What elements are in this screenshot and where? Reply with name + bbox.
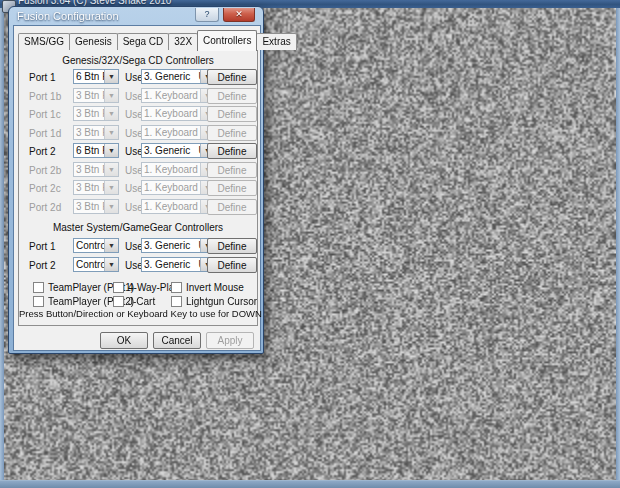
define-button: Define xyxy=(207,199,257,215)
window-border-right xyxy=(616,8,620,488)
apply-button: Apply xyxy=(206,332,254,349)
genesis-section-heading: Genesis/32X/Sega CD Controllers xyxy=(19,55,257,66)
chevron-down-icon: ▼ xyxy=(104,181,118,194)
chevron-down-icon: ▼ xyxy=(104,107,118,120)
dialog-titlebar[interactable]: Fusion Configuration ? ✕ xyxy=(9,7,263,25)
port-label: Port 1d xyxy=(29,128,61,139)
port-label: Port 2 xyxy=(29,260,56,271)
checkbox-icon[interactable] xyxy=(33,282,44,293)
close-icon: ✕ xyxy=(235,9,243,19)
pad-type-select: 3 Btn Pad▼ xyxy=(73,125,119,140)
tab-genesis[interactable]: Genesis xyxy=(69,33,118,50)
device-select: 1. Keyboard▼ xyxy=(141,106,215,121)
hint-text: Press Button/Direction or Keyboard Key t… xyxy=(19,308,257,319)
pad-type-select[interactable]: 6 Btn Pad▼ xyxy=(73,69,119,84)
device-select[interactable]: 3. Generic USB Joys▼ xyxy=(141,238,215,253)
port-label: Port 2b xyxy=(29,165,61,176)
cancel-button[interactable]: Cancel xyxy=(153,332,201,349)
ms-controller-row-port2: Port 2 Control Pad▼ Use 3. Generic USB J… xyxy=(19,257,257,273)
checkbox-icon[interactable] xyxy=(113,282,124,293)
dialog-button-row: OK Cancel Apply xyxy=(100,332,254,349)
dialog-title: Fusion Configuration xyxy=(17,10,119,22)
ok-button[interactable]: OK xyxy=(100,332,148,349)
define-button[interactable]: Define xyxy=(207,69,257,85)
ms-controller-row-port1: Port 1 Control Pad▼ Use 3. Generic USB J… xyxy=(19,238,257,254)
controller-row-port2b: Port 2b 3 Btn Pad▼ Use 1. Keyboard▼ Defi… xyxy=(19,162,257,178)
dialog-client-area: SMS/GG Genesis Sega CD 32X Controllers E… xyxy=(13,25,261,351)
port-label: Port 1b xyxy=(29,91,61,102)
device-select: 1. Keyboard▼ xyxy=(141,162,215,177)
port-label: Port 1 xyxy=(29,241,56,252)
tab-strip: SMS/GG Genesis Sega CD 32X Controllers E… xyxy=(18,32,296,50)
controllers-tab-page: Genesis/32X/Sega CD Controllers Port 1 6… xyxy=(18,49,258,326)
help-icon: ? xyxy=(204,9,209,19)
close-button[interactable]: ✕ xyxy=(223,8,255,22)
device-select[interactable]: 3. Generic USB Joys▼ xyxy=(141,143,215,158)
pad-type-select[interactable]: Control Pad▼ xyxy=(73,257,119,272)
port-label: Port 2 xyxy=(29,146,56,157)
controller-row-port2: Port 2 6 Btn Pad▼ Use 3. Generic USB Joy… xyxy=(19,143,257,159)
pad-type-select: 3 Btn Pad▼ xyxy=(73,162,119,177)
fusion-configuration-dialog: Fusion Configuration ? ✕ SMS/GG Genesis … xyxy=(8,6,264,354)
device-select: 1. Keyboard▼ xyxy=(141,199,215,214)
checkbox-icon[interactable] xyxy=(33,296,44,307)
device-select[interactable]: 3. Generic USB Joys▼ xyxy=(141,69,215,84)
checkbox-j-cart[interactable]: J-Cart xyxy=(113,296,155,307)
device-select: 1. Keyboard▼ xyxy=(141,88,215,103)
pad-type-select: 3 Btn Pad▼ xyxy=(73,199,119,214)
tab-segacd[interactable]: Sega CD xyxy=(117,33,170,50)
define-button[interactable]: Define xyxy=(207,238,257,254)
pad-type-select: 3 Btn Pad▼ xyxy=(73,88,119,103)
controller-row-port1d: Port 1d 3 Btn Pad▼ Use 1. Keyboard▼ Defi… xyxy=(19,125,257,141)
chevron-down-icon: ▼ xyxy=(104,126,118,139)
checkbox-row-1: TeamPlayer (Port1) 4-Way-Play Invert Mou… xyxy=(19,282,257,295)
pad-type-select: 3 Btn Pad▼ xyxy=(73,180,119,195)
chevron-down-icon[interactable]: ▼ xyxy=(104,258,118,271)
ms-section-heading: Master System/GameGear Controllers xyxy=(19,222,257,233)
define-button: Define xyxy=(207,162,257,178)
define-button: Define xyxy=(207,180,257,196)
chevron-down-icon[interactable]: ▼ xyxy=(104,239,118,252)
checkbox-icon[interactable] xyxy=(113,296,124,307)
controller-row-port2d: Port 2d 3 Btn Pad▼ Use 1. Keyboard▼ Defi… xyxy=(19,199,257,215)
device-select[interactable]: 3. Generic USB Joys▼ xyxy=(141,257,215,272)
window-border-bottom xyxy=(0,480,620,488)
checkbox-icon[interactable] xyxy=(171,296,182,307)
tab-32x[interactable]: 32X xyxy=(168,33,198,50)
controller-row-port2c: Port 2c 3 Btn Pad▼ Use 1. Keyboard▼ Defi… xyxy=(19,180,257,196)
tab-smsgg[interactable]: SMS/GG xyxy=(18,33,70,50)
port-label: Port 1c xyxy=(29,109,61,120)
pad-type-select[interactable]: Control Pad▼ xyxy=(73,238,119,253)
port-label: Port 2d xyxy=(29,202,61,213)
checkbox-lightgun-cursor[interactable]: Lightgun Cursor xyxy=(171,296,257,307)
port-label: Port 1 xyxy=(29,72,56,83)
checkbox-icon[interactable] xyxy=(171,282,182,293)
chevron-down-icon[interactable]: ▼ xyxy=(104,70,118,83)
define-button[interactable]: Define xyxy=(207,257,257,273)
define-button: Define xyxy=(207,125,257,141)
define-button: Define xyxy=(207,106,257,122)
chevron-down-icon[interactable]: ▼ xyxy=(104,144,118,157)
define-button[interactable]: Define xyxy=(207,143,257,159)
help-button[interactable]: ? xyxy=(195,8,219,22)
checkbox-4-way-play[interactable]: 4-Way-Play xyxy=(113,282,179,293)
define-button: Define xyxy=(207,88,257,104)
controller-row-port1: Port 1 6 Btn Pad▼ Use 3. Generic USB Joy… xyxy=(19,69,257,85)
pad-type-select: 3 Btn Pad▼ xyxy=(73,106,119,121)
chevron-down-icon: ▼ xyxy=(104,163,118,176)
device-select: 1. Keyboard▼ xyxy=(141,180,215,195)
device-select: 1. Keyboard▼ xyxy=(141,125,215,140)
port-label: Port 2c xyxy=(29,183,61,194)
window-border-left xyxy=(0,8,4,488)
tab-controllers[interactable]: Controllers xyxy=(197,30,257,51)
controller-row-port1b: Port 1b 3 Btn Pad▼ Use 1. Keyboard▼ Defi… xyxy=(19,88,257,104)
chevron-down-icon: ▼ xyxy=(104,200,118,213)
checkbox-invert-mouse[interactable]: Invert Mouse xyxy=(171,282,244,293)
chevron-down-icon: ▼ xyxy=(104,89,118,102)
pad-type-select[interactable]: 6 Btn Pad▼ xyxy=(73,143,119,158)
tab-extras[interactable]: Extras xyxy=(256,33,296,50)
controller-row-port1c: Port 1c 3 Btn Pad▼ Use 1. Keyboard▼ Defi… xyxy=(19,106,257,122)
